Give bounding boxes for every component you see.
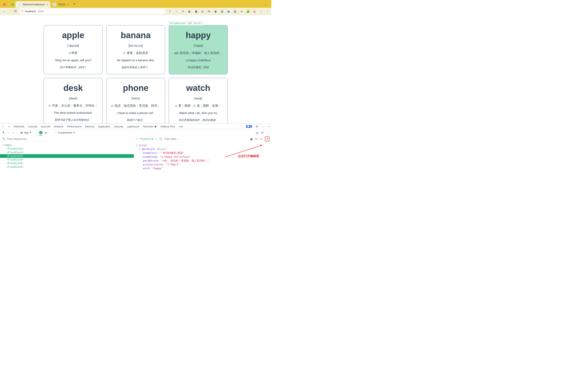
card-paraphrase: adj. 快乐的；幸福的，使人高兴的； [174, 51, 222, 55]
extensions-icon[interactable]: 🧩 [246, 10, 250, 13]
show-render-code-icon[interactable]: <> [255, 137, 258, 140]
prop-value[interactable]: "a happy smile/face" [160, 155, 190, 158]
ext-icon[interactable]: ▥ [233, 10, 237, 13]
prop-value[interactable]: "adj. 快乐的；幸福的，使人高兴的；" [161, 159, 209, 162]
devtools-tab[interactable]: Vue [179, 125, 183, 128]
find-components-input[interactable] [7, 138, 132, 140]
component-tree: ▾<App><FlashCard><FlashCard><FlashCard><… [0, 142, 134, 170]
flashcard[interactable]: banana [bəˈnɑːnə] n. 香蕉；喜剧演员 He slipped … [106, 25, 165, 74]
tree-node[interactable]: <FlashCard> [0, 158, 134, 162]
filter-icon[interactable]: ≔ [260, 137, 263, 140]
prop-value[interactable]: "happy" [152, 167, 163, 170]
ext-icon[interactable]: ● [240, 10, 243, 13]
inspect-element-icon[interactable]: ⬚ [2, 125, 4, 128]
prop-key: word [143, 167, 149, 170]
devtools-tab[interactable]: Recorder ⏺ [143, 125, 157, 128]
ext-icon[interactable]: ◼ [227, 10, 230, 13]
minimize-window-icon[interactable] [7, 3, 10, 6]
flashcard[interactable]: desk [desk] n. 书桌，办公桌；服务台，问询台； The desk … [44, 78, 103, 124]
components-selector[interactable]: ⸬ Components ▾ [54, 130, 76, 135]
history-forward-icon[interactable]: → [12, 131, 15, 134]
scroll-into-view-icon[interactable]: ▣ [250, 137, 253, 140]
prop-value[interactable]: " 快活的微笑/面容" [160, 151, 184, 154]
issues-badge[interactable]: 💬 1 [246, 125, 252, 128]
forward-button[interactable]: → [8, 10, 12, 13]
prop-key: pronunciation [143, 163, 163, 166]
ext-icon[interactable]: ◉ [214, 10, 217, 13]
ext-icon[interactable]: ▣ [194, 10, 198, 13]
ext-icon[interactable]: ○ [259, 10, 263, 13]
back-button[interactable]: ← [2, 10, 6, 13]
close-devtools-icon[interactable]: × [268, 125, 270, 128]
history-back-icon[interactable]: ← [7, 131, 10, 134]
card-example: Sling me an apple, will you? [55, 59, 91, 62]
devtools-tab[interactable]: Sources [41, 125, 50, 128]
inspector-mode-icon[interactable] [39, 131, 43, 134]
card-word: desk [63, 83, 83, 93]
menu-icon[interactable]: ⋮ [266, 10, 269, 13]
reload-button[interactable]: ⟳ [14, 9, 18, 13]
card-word: banana [121, 30, 151, 40]
find-components-row: 🔍 [0, 136, 134, 142]
ext-icon[interactable]: ▼ [181, 10, 185, 13]
tabs-overflow-icon[interactable]: ⌄ [265, 3, 270, 8]
card-pronunciation: [ˈæp(ə)l] [68, 44, 79, 48]
props-section-label: props [139, 144, 147, 147]
timeline-icon[interactable]: ≣ [45, 131, 47, 134]
tree-node[interactable]: <FlashCard> [0, 165, 134, 169]
devtools-tab[interactable]: Adblock Plus [160, 125, 175, 128]
bookmark-icon[interactable]: ☆ [175, 10, 178, 13]
close-tab-icon[interactable]: × [46, 3, 48, 6]
filter-state-input[interactable] [164, 138, 248, 140]
devtools-tab[interactable]: Lighthouse [127, 125, 139, 128]
devtools-tab[interactable]: Memory [85, 125, 94, 128]
app-selector[interactable]: ▤ App ▾ [19, 130, 32, 135]
devtools-tab[interactable]: Elements [14, 125, 24, 128]
browser-tab-active[interactable]: V flashcard-kalacloud × [16, 1, 50, 8]
tree-node[interactable]: <FlashCard> [0, 150, 134, 154]
flashcard[interactable]: happy [ˈhæpi] adj. 快乐的；幸福的，使人高兴的； a happ… [169, 25, 228, 74]
tree-node[interactable]: <FlashCard> [0, 162, 134, 165]
card-paraphrase: n. 书桌，办公桌；服务台，问询台； [49, 104, 98, 108]
devtools-tab[interactable]: Console [28, 125, 37, 128]
devtools-tab[interactable]: Performance [67, 125, 82, 128]
url-input[interactable]: ⓘ localhost:8080 [19, 8, 165, 14]
prop-value[interactable]: "[ˈhæpi]" [166, 163, 180, 166]
flashcard[interactable]: phone [fəʊn] n. 电话，电话系统；受话器，听筒； I have t… [106, 78, 165, 124]
more-icon[interactable]: ⋮ [262, 125, 264, 128]
ext-icon[interactable]: ◎ [201, 10, 204, 13]
ext-icon[interactable]: ◼ [253, 10, 256, 13]
new-tab-button[interactable]: + [71, 2, 78, 8]
card-pronunciation: [ˈhæpi] [194, 44, 203, 48]
browser-tab[interactable]: R 卡拉云 × [50, 1, 71, 8]
ext-icon[interactable]: ▦ [220, 10, 224, 13]
devtools-tab[interactable]: Security [114, 125, 123, 128]
tree-node[interactable]: <FlashCard> [0, 154, 134, 158]
ext-icon[interactable]: ◐ [188, 10, 191, 13]
card-example-cn: 那张书桌子看上去没有被动过。 [55, 118, 92, 122]
close-tab-icon[interactable]: × [67, 3, 69, 6]
refresh-icon[interactable]: ⟳ [261, 131, 264, 134]
devtools-tab[interactable]: Network [54, 125, 63, 128]
selected-component-name: FlashCard [140, 137, 154, 140]
site-info-icon[interactable]: ⓘ [21, 10, 24, 13]
tree-root[interactable]: ▾<App> [0, 143, 134, 147]
open-in-editor-icon[interactable]: ↗ [265, 136, 269, 142]
tree-node[interactable]: <FlashCard> [0, 147, 134, 150]
share-icon[interactable]: ⇪ [168, 10, 172, 13]
device-toolbar-icon[interactable]: ▭ [8, 125, 10, 128]
flashcard[interactable]: watch [wɒtʃ] v. 看；观看；n. 表；观察，监视； Watch w… [169, 78, 228, 124]
close-window-icon[interactable] [3, 3, 6, 6]
browser-chrome: V flashcard-kalacloud × R 卡拉云 × + ⌄ ← → … [0, 0, 271, 15]
flashcard[interactable]: apple [ˈæp(ə)l] n.苹果 Sling me an apple, … [44, 25, 103, 74]
ext-icon[interactable]: ✉ [207, 10, 211, 13]
address-bar: ← → ⟳ ⓘ localhost:8080 ⇪ ☆ ▼ ◐ ▣ ◎ ✉ ◉ ▦… [0, 8, 271, 15]
card-word: happy [186, 30, 211, 40]
card-pronunciation: [desk] [69, 96, 77, 100]
devtools-tab[interactable]: Application [98, 125, 110, 128]
prop-key: WordCard [142, 148, 154, 150]
target-icon[interactable]: ◎ [256, 131, 258, 134]
more-icon[interactable]: ⋮ [267, 131, 270, 134]
maximize-window-icon[interactable] [11, 3, 14, 6]
settings-icon[interactable]: ⚙ [256, 125, 258, 128]
